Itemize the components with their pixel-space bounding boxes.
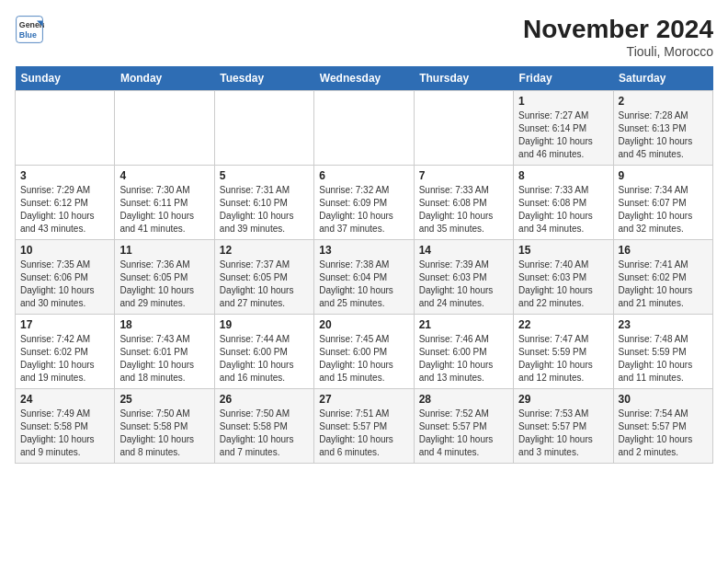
- day-number: 16: [619, 244, 708, 257]
- day-info: Sunrise: 7:38 AM Sunset: 6:04 PM Dayligh…: [319, 259, 408, 310]
- day-info: Sunrise: 7:54 AM Sunset: 5:57 PM Dayligh…: [619, 408, 708, 459]
- calendar-cell: 2Sunrise: 7:28 AM Sunset: 6:13 PM Daylig…: [613, 91, 712, 166]
- day-info: Sunrise: 7:46 AM Sunset: 6:00 PM Dayligh…: [419, 333, 508, 385]
- day-info: Sunrise: 7:48 AM Sunset: 5:59 PM Dayligh…: [619, 333, 708, 385]
- day-number: 13: [319, 244, 408, 257]
- day-info: Sunrise: 7:39 AM Sunset: 6:03 PM Dayligh…: [419, 259, 508, 310]
- page-subtitle: Tiouli, Morocco: [523, 44, 713, 59]
- day-number: 27: [319, 393, 408, 406]
- day-info: Sunrise: 7:43 AM Sunset: 6:01 PM Dayligh…: [119, 333, 209, 385]
- day-number: 6: [319, 169, 408, 182]
- day-info: Sunrise: 7:35 AM Sunset: 6:06 PM Dayligh…: [20, 259, 109, 310]
- day-number: 20: [319, 318, 408, 331]
- calendar-cell: 30Sunrise: 7:54 AM Sunset: 5:57 PM Dayli…: [613, 389, 712, 464]
- calendar-cell: 12Sunrise: 7:37 AM Sunset: 6:05 PM Dayli…: [214, 240, 313, 315]
- calendar-cell: [314, 91, 414, 166]
- calendar-cell: 27Sunrise: 7:51 AM Sunset: 5:57 PM Dayli…: [314, 389, 414, 464]
- day-info: Sunrise: 7:29 AM Sunset: 6:12 PM Dayligh…: [20, 184, 109, 236]
- day-info: Sunrise: 7:53 AM Sunset: 5:57 PM Dayligh…: [518, 408, 608, 459]
- day-info: Sunrise: 7:36 AM Sunset: 6:05 PM Dayligh…: [119, 259, 209, 310]
- day-number: 3: [20, 169, 109, 182]
- day-info: Sunrise: 7:34 AM Sunset: 6:07 PM Dayligh…: [619, 184, 708, 236]
- calendar-cell: 5Sunrise: 7:31 AM Sunset: 6:10 PM Daylig…: [214, 166, 313, 240]
- calendar-cell: 15Sunrise: 7:40 AM Sunset: 6:03 PM Dayli…: [514, 240, 613, 315]
- calendar-cell: 8Sunrise: 7:33 AM Sunset: 6:08 PM Daylig…: [514, 166, 613, 240]
- day-number: 12: [220, 244, 309, 257]
- day-number: 23: [619, 318, 708, 331]
- day-info: Sunrise: 7:28 AM Sunset: 6:13 PM Dayligh…: [619, 109, 708, 161]
- weekday-header-thursday: Thursday: [414, 66, 513, 91]
- day-number: 25: [119, 393, 209, 406]
- day-number: 8: [518, 169, 608, 182]
- day-info: Sunrise: 7:50 AM Sunset: 5:58 PM Dayligh…: [220, 408, 309, 459]
- calendar-cell: 29Sunrise: 7:53 AM Sunset: 5:57 PM Dayli…: [514, 389, 613, 464]
- day-number: 14: [419, 244, 508, 257]
- day-number: 5: [220, 169, 309, 182]
- day-number: 4: [119, 169, 209, 182]
- day-info: Sunrise: 7:27 AM Sunset: 6:14 PM Dayligh…: [518, 109, 608, 161]
- day-info: Sunrise: 7:49 AM Sunset: 5:58 PM Dayligh…: [20, 408, 109, 459]
- calendar-cell: 20Sunrise: 7:45 AM Sunset: 6:00 PM Dayli…: [314, 315, 414, 389]
- day-info: Sunrise: 7:33 AM Sunset: 6:08 PM Dayligh…: [518, 184, 608, 236]
- day-number: 24: [20, 393, 109, 406]
- day-number: 22: [518, 318, 608, 331]
- weekday-header-row: SundayMondayTuesdayWednesdayThursdayFrid…: [16, 66, 713, 91]
- day-number: 1: [518, 95, 608, 108]
- calendar-cell: 6Sunrise: 7:32 AM Sunset: 6:09 PM Daylig…: [314, 166, 414, 240]
- weekday-header-monday: Monday: [115, 66, 214, 91]
- day-info: Sunrise: 7:51 AM Sunset: 5:57 PM Dayligh…: [319, 408, 408, 459]
- day-info: Sunrise: 7:33 AM Sunset: 6:08 PM Dayligh…: [419, 184, 508, 236]
- calendar-cell: 3Sunrise: 7:29 AM Sunset: 6:12 PM Daylig…: [16, 166, 115, 240]
- day-number: 7: [419, 169, 508, 182]
- day-info: Sunrise: 7:30 AM Sunset: 6:11 PM Dayligh…: [119, 184, 209, 236]
- calendar-table: SundayMondayTuesdayWednesdayThursdayFrid…: [15, 66, 713, 464]
- day-info: Sunrise: 7:47 AM Sunset: 5:59 PM Dayligh…: [518, 333, 608, 385]
- day-info: Sunrise: 7:45 AM Sunset: 6:00 PM Dayligh…: [319, 333, 408, 385]
- calendar-cell: 23Sunrise: 7:48 AM Sunset: 5:59 PM Dayli…: [613, 315, 712, 389]
- day-number: 29: [518, 393, 608, 406]
- day-number: 11: [119, 244, 209, 257]
- calendar-cell: 21Sunrise: 7:46 AM Sunset: 6:00 PM Dayli…: [414, 315, 513, 389]
- calendar-cell: 28Sunrise: 7:52 AM Sunset: 5:57 PM Dayli…: [414, 389, 513, 464]
- svg-text:Blue: Blue: [19, 30, 37, 40]
- calendar-cell: 7Sunrise: 7:33 AM Sunset: 6:08 PM Daylig…: [414, 166, 513, 240]
- calendar-cell: 16Sunrise: 7:41 AM Sunset: 6:02 PM Dayli…: [613, 240, 712, 315]
- calendar-cell: 17Sunrise: 7:42 AM Sunset: 6:02 PM Dayli…: [16, 315, 115, 389]
- calendar-week-row: 3Sunrise: 7:29 AM Sunset: 6:12 PM Daylig…: [16, 166, 713, 240]
- weekday-header-saturday: Saturday: [613, 66, 712, 91]
- day-number: 28: [419, 393, 508, 406]
- calendar-cell: 25Sunrise: 7:50 AM Sunset: 5:58 PM Dayli…: [115, 389, 214, 464]
- day-number: 9: [619, 169, 708, 182]
- day-number: 30: [619, 393, 708, 406]
- calendar-cell: 9Sunrise: 7:34 AM Sunset: 6:07 PM Daylig…: [613, 166, 712, 240]
- day-number: 15: [518, 244, 608, 257]
- weekday-header-tuesday: Tuesday: [214, 66, 313, 91]
- calendar-cell: 19Sunrise: 7:44 AM Sunset: 6:00 PM Dayli…: [214, 315, 313, 389]
- calendar-cell: [115, 91, 214, 166]
- logo: General Blue: [15, 15, 44, 44]
- calendar-cell: 10Sunrise: 7:35 AM Sunset: 6:06 PM Dayli…: [16, 240, 115, 315]
- day-number: 21: [419, 318, 508, 331]
- calendar-cell: [214, 91, 313, 166]
- calendar-week-row: 10Sunrise: 7:35 AM Sunset: 6:06 PM Dayli…: [16, 240, 713, 315]
- title-block: November 2024 Tiouli, Morocco: [523, 15, 713, 59]
- calendar-cell: 18Sunrise: 7:43 AM Sunset: 6:01 PM Dayli…: [115, 315, 214, 389]
- calendar-cell: 14Sunrise: 7:39 AM Sunset: 6:03 PM Dayli…: [414, 240, 513, 315]
- calendar-cell: 22Sunrise: 7:47 AM Sunset: 5:59 PM Dayli…: [514, 315, 613, 389]
- day-number: 17: [20, 318, 109, 331]
- logo-icon: General Blue: [15, 15, 44, 44]
- day-info: Sunrise: 7:40 AM Sunset: 6:03 PM Dayligh…: [518, 259, 608, 310]
- calendar-cell: 24Sunrise: 7:49 AM Sunset: 5:58 PM Dayli…: [16, 389, 115, 464]
- calendar-week-row: 24Sunrise: 7:49 AM Sunset: 5:58 PM Dayli…: [16, 389, 713, 464]
- day-number: 10: [20, 244, 109, 257]
- weekday-header-friday: Friday: [514, 66, 613, 91]
- day-info: Sunrise: 7:32 AM Sunset: 6:09 PM Dayligh…: [319, 184, 408, 236]
- day-info: Sunrise: 7:31 AM Sunset: 6:10 PM Dayligh…: [220, 184, 309, 236]
- calendar-week-row: 17Sunrise: 7:42 AM Sunset: 6:02 PM Dayli…: [16, 315, 713, 389]
- day-number: 26: [220, 393, 309, 406]
- day-info: Sunrise: 7:41 AM Sunset: 6:02 PM Dayligh…: [619, 259, 708, 310]
- page-title: November 2024: [523, 15, 713, 44]
- calendar-cell: 26Sunrise: 7:50 AM Sunset: 5:58 PM Dayli…: [214, 389, 313, 464]
- day-info: Sunrise: 7:50 AM Sunset: 5:58 PM Dayligh…: [119, 408, 209, 459]
- page-header: General Blue November 2024 Tiouli, Moroc…: [15, 15, 713, 59]
